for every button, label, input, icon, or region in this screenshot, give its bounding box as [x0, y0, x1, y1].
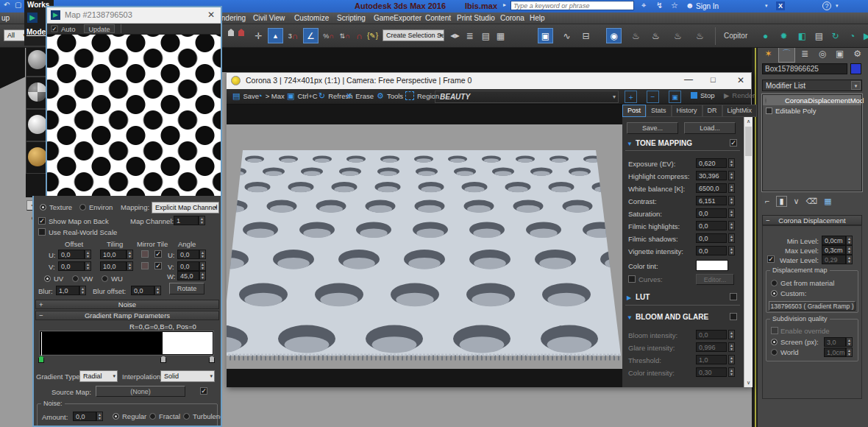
render-setup-icon[interactable]: ◉	[606, 28, 622, 43]
minimize-icon[interactable]: —	[684, 74, 693, 85]
menu-partial[interactable]: up	[1, 14, 10, 22]
custom-map-button[interactable]: 138796503 ( Gradient Ramp )	[769, 301, 855, 311]
tab-dr[interactable]: DR	[702, 105, 722, 117]
help-icon[interactable]: ?	[822, 1, 831, 10]
post-save-button[interactable]: Save...	[627, 122, 678, 134]
uv-radio[interactable]	[44, 275, 51, 282]
toggle-layer-explorer-icon[interactable]: ▣	[538, 28, 553, 43]
gradient-rollout-header[interactable]: − Gradient Ramp Parameters	[35, 311, 219, 320]
v-tiling-spinner[interactable]: ▲▼	[127, 261, 133, 271]
u-offset-spinner[interactable]: ▲▼	[85, 250, 91, 259]
menu-content[interactable]: Content	[425, 14, 451, 22]
max-level-field[interactable]: 0,3cm	[822, 245, 846, 255]
vfb-tools-button[interactable]: ⚙Tools	[377, 91, 403, 101]
layer-manager-icon[interactable]: ▦	[493, 28, 508, 43]
screen-radio[interactable]	[771, 339, 778, 345]
auto-checkbox[interactable]: ✓	[51, 26, 58, 32]
show-end-result-icon[interactable]: ▮	[776, 196, 786, 207]
bloom-checkbox[interactable]: ✓	[730, 313, 737, 320]
v-mirror-checkbox[interactable]: ✓	[141, 262, 149, 269]
scroll-up-icon[interactable]: ∧	[744, 117, 753, 126]
menu-gameexporter[interactable]: GameExporter	[374, 14, 421, 22]
tone-row-spinner[interactable]: ▲▼	[728, 196, 735, 205]
vfb-titlebar[interactable]: Corona 3 | 724×401px (1:1) | Camera: Fre…	[227, 73, 751, 89]
lut-checkbox[interactable]: ✓	[730, 293, 737, 300]
mirror-flag-icon[interactable]	[228, 29, 234, 36]
exchange-icon[interactable]: X	[776, 1, 785, 10]
world-field[interactable]: 1,0cm	[824, 347, 846, 357]
percent-snap-icon[interactable]: %∩	[321, 28, 336, 43]
tone-row-spinner[interactable]: ▲▼	[728, 171, 735, 180]
bloom-row-field[interactable]: 0,30	[696, 367, 727, 377]
zoom-out-icon[interactable]: −	[647, 91, 659, 103]
select-place-icon[interactable]: ▲	[268, 28, 283, 43]
help-dropdown-icon[interactable]: ▾	[836, 3, 839, 9]
pin-stack-icon[interactable]: ⌐	[765, 197, 769, 205]
vfb-copy-button[interactable]: ▣Ctrl+C	[287, 91, 318, 101]
lut-expander-icon[interactable]: ▶	[627, 294, 631, 301]
copitor-light-icon[interactable]: ●	[758, 28, 773, 43]
tab-stats[interactable]: Stats	[646, 105, 672, 117]
custom-radio[interactable]	[771, 290, 778, 297]
slate-mode-menu[interactable]: Mode	[26, 28, 46, 36]
v-tile-checkbox[interactable]: ✓	[154, 262, 162, 269]
tab-post[interactable]: Post	[622, 105, 646, 117]
tone-row-field[interactable]: 30,396	[696, 171, 727, 180]
tone-row-field[interactable]: 0,0	[696, 221, 727, 230]
u-angle-spinner[interactable]: ▲▼	[199, 250, 206, 259]
tab-display-icon[interactable]: ▣	[832, 46, 847, 61]
menu-civil-view[interactable]: Civil View	[253, 14, 285, 22]
stack-row-editable-poly[interactable]: Editable Poly	[763, 105, 861, 116]
tone-row-field[interactable]: 0,620	[696, 158, 727, 168]
interpolation-dropdown[interactable]: Solid▾	[160, 370, 215, 382]
scroll-thumb[interactable]	[745, 127, 752, 156]
tone-row-field[interactable]: 0,0	[696, 246, 727, 255]
bloom-row-field[interactable]: 0,996	[696, 342, 727, 352]
curve-editor-icon[interactable]: ∿	[559, 28, 574, 43]
tone-row-spinner[interactable]: ▲▼	[728, 208, 735, 218]
min-level-field[interactable]: 0,0cm	[822, 236, 846, 245]
undo-icon[interactable]: ↶	[4, 1, 10, 9]
v-offset-spinner[interactable]: ▲▼	[85, 261, 91, 271]
u-tiling-field[interactable]: 10,0	[100, 250, 127, 259]
maximize-icon[interactable]: □	[711, 75, 716, 84]
gradient-flag-end[interactable]	[209, 356, 215, 363]
blur-offset-spinner[interactable]: ▲▼	[154, 286, 161, 295]
tone-row-spinner[interactable]: ▲▼	[728, 233, 735, 243]
gradient-type-dropdown[interactable]: Radial▾	[79, 370, 118, 382]
menu-customize[interactable]: Customize	[294, 14, 329, 22]
bloom-row-field[interactable]: 1,0	[696, 355, 727, 364]
enable-override-checkbox[interactable]: ✓	[771, 327, 778, 334]
bulb-icon[interactable]	[765, 97, 766, 104]
panel-scrollbar[interactable]: ∧ ∨	[744, 117, 753, 387]
mapping-dropdown[interactable]: Explicit Map Channel▾	[152, 202, 219, 214]
rotate-button[interactable]: Rotate	[169, 283, 204, 294]
curves-checkbox[interactable]: ✓	[628, 275, 636, 283]
render-iterative-icon[interactable]: ♨	[670, 28, 686, 43]
get-from-material-radio[interactable]	[771, 280, 778, 286]
scene-explorer-icon[interactable]: ▤	[478, 28, 494, 43]
post-load-button[interactable]: Load...	[684, 122, 736, 134]
rendered-frame-icon[interactable]: ♨	[628, 28, 644, 43]
bloom-expander-icon[interactable]: ▼	[627, 314, 633, 321]
world-spinner[interactable]: ▲▼	[846, 347, 853, 357]
environ-radio[interactable]	[79, 204, 86, 211]
selection-set-dropdown[interactable]: Create Selection Se▾	[383, 29, 444, 41]
tone-row-spinner[interactable]: ▲▼	[728, 183, 735, 193]
water-level-checkbox[interactable]: ✓	[767, 255, 775, 263]
tone-row-field[interactable]: 0,0	[696, 233, 727, 243]
bloom-row-spinner[interactable]: ▲▼	[728, 355, 735, 364]
copitor-play-icon[interactable]: ▶	[859, 28, 868, 43]
world-radio[interactable]	[771, 349, 778, 356]
map-dialog-titlebar[interactable]: ▶ Map #2138796503 ✕	[47, 7, 221, 24]
w-angle-field[interactable]: 45,0	[177, 271, 199, 280]
min-level-spinner[interactable]: ▲▼	[846, 236, 853, 245]
curves-editor-button[interactable]: Editor...	[696, 274, 734, 285]
u-offset-field[interactable]: 0,0	[58, 250, 85, 259]
tone-row-field[interactable]: 6500,0	[696, 183, 727, 193]
scroll-down-icon[interactable]: ∨	[744, 378, 753, 387]
fractal-radio[interactable]	[149, 413, 156, 420]
search-icon[interactable]: ⌖	[641, 1, 646, 10]
select-move-icon[interactable]: ✛	[251, 28, 266, 43]
new-scene-icon[interactable]: ▢	[15, 1, 21, 9]
